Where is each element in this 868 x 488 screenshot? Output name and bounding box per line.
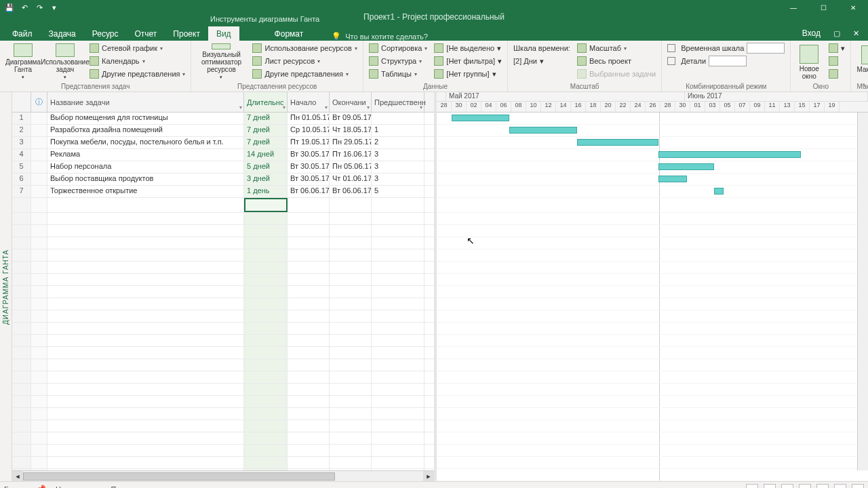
gantt-row[interactable] (437, 396, 868, 408)
pred-cell[interactable]: 1 (372, 125, 425, 136)
gantt-row[interactable] (437, 174, 868, 186)
gantt-row[interactable] (437, 310, 868, 323)
grid-h-scrollbar[interactable]: ◄ ► (12, 470, 434, 481)
gantt-row[interactable] (437, 161, 868, 174)
duration-cell[interactable]: 7 дней (244, 137, 288, 148)
col-duration[interactable]: Длительнс▾ (244, 92, 288, 112)
visual-optimizer-button[interactable]: Визуальный оптимизатор ресурсов▾ (194, 42, 248, 81)
highlight-filter[interactable]: [Не выделено ▾ (431, 42, 505, 54)
table-row[interactable] (12, 213, 434, 225)
task-name-cell[interactable]: Выбор поставщика продуктов (47, 174, 244, 185)
tab-format[interactable]: Формат (267, 26, 312, 41)
gantt-bar[interactable] (714, 188, 724, 195)
tab-file[interactable]: Файл (4, 26, 41, 41)
tab-project[interactable]: Проект (165, 26, 208, 41)
gantt-body[interactable] (437, 113, 868, 481)
gantt-row[interactable] (437, 137, 868, 149)
table-row[interactable]: 6Выбор поставщика продуктов3 днейВт 30.0… (12, 174, 434, 186)
duration-cell[interactable]: 1 день (244, 186, 288, 197)
row-info[interactable] (31, 186, 47, 197)
gantt-row[interactable] (437, 198, 868, 213)
end-cell[interactable]: Пн 05.06.17 (330, 161, 372, 173)
end-cell[interactable]: Вт 09.05.17 (330, 113, 372, 124)
table-row[interactable] (12, 420, 434, 432)
scroll-thumb[interactable] (23, 472, 335, 481)
tell-me-search[interactable]: 💡Что вы хотите сделать? (332, 32, 428, 41)
tables-button[interactable]: Таблицы (366, 68, 430, 80)
duration-cell[interactable]: 7 дней (244, 113, 288, 124)
table-row[interactable] (12, 445, 434, 457)
gantt-row[interactable] (437, 420, 868, 432)
switch-windows-button[interactable]: ▾ (826, 42, 848, 54)
pred-cell[interactable]: 3 (372, 161, 425, 173)
table-row[interactable] (12, 298, 434, 310)
row-info[interactable] (31, 125, 47, 136)
gantt-bar[interactable] (509, 127, 577, 134)
pred-cell[interactable]: 2 (372, 137, 425, 148)
table-row[interactable] (12, 323, 434, 335)
row-info[interactable] (31, 113, 47, 124)
hide-button[interactable] (826, 68, 848, 80)
ribbon-display-button[interactable]: ▢ (829, 26, 845, 41)
gantt-row[interactable] (437, 274, 868, 286)
other-views-button[interactable]: Другие представления (87, 68, 188, 80)
start-cell[interactable]: Пн 01.05.17 (288, 113, 330, 124)
gantt-row[interactable] (437, 186, 868, 198)
gantt-bar[interactable] (577, 139, 658, 146)
gantt-row[interactable] (437, 457, 868, 469)
table-row[interactable]: 5Набор персонала5 днейВт 30.05.17Пн 05.0… (12, 161, 434, 174)
gantt-row[interactable] (437, 125, 868, 137)
table-row[interactable]: 7Торжественное открытие1 деньВт 06.06.17… (12, 186, 434, 198)
duration-cell[interactable]: 5 дней (244, 161, 288, 173)
gantt-row[interactable] (437, 469, 868, 481)
view-bar[interactable]: ДИАГРАММА ГАНТА (0, 92, 12, 481)
view-gantt-button[interactable] (746, 484, 758, 489)
table-row[interactable] (12, 396, 434, 408)
sign-in-button[interactable]: Вход (797, 26, 826, 41)
tab-resource[interactable]: Ресурс (84, 26, 127, 41)
col-start[interactable]: Начало▾ (288, 92, 330, 112)
pred-cell[interactable]: 5 (372, 186, 425, 197)
row-id[interactable]: 5 (12, 161, 31, 173)
row-id[interactable]: 6 (12, 174, 31, 185)
table-row[interactable] (12, 384, 434, 396)
details-checkbox[interactable]: Детали (665, 55, 787, 67)
pred-cell[interactable]: 3 (372, 149, 425, 161)
gantt-bar[interactable] (658, 176, 687, 182)
col-info[interactable]: ⓘ (31, 92, 47, 112)
table-row[interactable]: 4Реклама14 днейВт 30.05.17Пт 16.06.173 (12, 149, 434, 161)
table-row[interactable]: 2Разработка дизайна помещений7 днейСр 10… (12, 125, 434, 137)
start-cell[interactable]: Ср 10.05.17 (288, 125, 330, 136)
macros-button[interactable]: Макросы▾ (854, 42, 868, 81)
filter-dropdown[interactable]: [Нет фильтра] ▾ (431, 55, 505, 67)
pred-cell[interactable]: 3 (372, 174, 425, 185)
gantt-bar[interactable] (658, 151, 801, 158)
col-end[interactable]: Окончани▾ (330, 92, 372, 112)
end-cell[interactable]: Вт 06.06.17 (330, 186, 372, 197)
qat-customize-icon[interactable]: ▾ (47, 1, 61, 14)
table-row[interactable] (12, 225, 434, 237)
task-name-cell[interactable]: Выбор помещения для гостиницы (47, 113, 244, 124)
start-cell[interactable]: Вт 06.06.17 (288, 186, 330, 197)
duration-cell[interactable]: 3 дней (244, 174, 288, 185)
gantt-row[interactable] (437, 371, 868, 384)
zoom-button[interactable]: Масштаб (574, 42, 658, 54)
scroll-left-icon[interactable]: ◄ (12, 471, 23, 481)
task-name-cell[interactable]: Разработка дизайна помещений (47, 125, 244, 136)
row-info[interactable] (31, 161, 47, 173)
undo-icon[interactable]: ↶ (18, 1, 31, 14)
row-id[interactable]: 7 (12, 186, 31, 197)
duration-cell[interactable]: 14 дней (244, 149, 288, 161)
sort-button[interactable]: Сортировка (366, 42, 430, 54)
table-row[interactable] (12, 408, 434, 420)
gantt-row[interactable] (437, 113, 868, 125)
col-id[interactable] (12, 92, 31, 112)
zoom-out-button[interactable] (834, 484, 846, 489)
minimize-button[interactable]: — (778, 0, 808, 15)
table-row[interactable] (12, 371, 434, 384)
task-name-cell[interactable]: Реклама (47, 149, 244, 161)
timeline-checkbox[interactable]: Временная шкала (665, 42, 787, 54)
task-name-cell[interactable]: Торжественное открытие (47, 186, 244, 197)
table-row[interactable] (12, 310, 434, 323)
row-info[interactable] (31, 174, 47, 185)
